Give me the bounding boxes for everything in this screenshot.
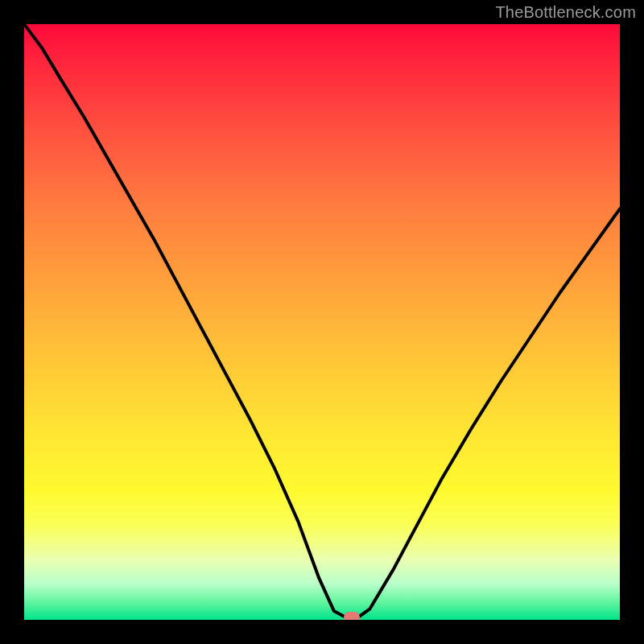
- bottleneck-curve: [24, 24, 620, 620]
- chart-frame: TheBottleneck.com: [0, 0, 644, 644]
- optimum-marker: [344, 612, 360, 620]
- plot-area: [24, 24, 620, 620]
- watermark-text: TheBottleneck.com: [495, 3, 636, 22]
